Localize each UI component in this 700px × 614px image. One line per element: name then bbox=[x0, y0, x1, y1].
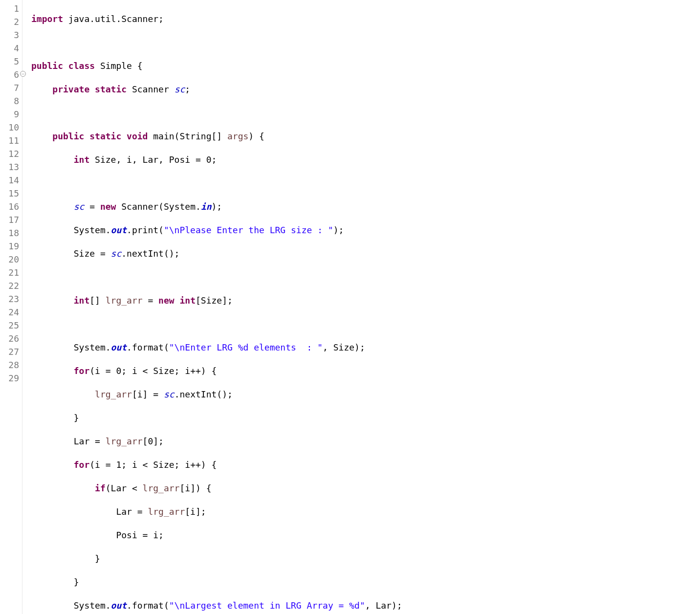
code-line[interactable] bbox=[31, 270, 700, 284]
line-number: 22 bbox=[1, 279, 19, 292]
code-editor[interactable]: 1 2 3 4 5 6– 7 8 9 10 11 12 13 14 15 16 … bbox=[0, 0, 700, 614]
line-number: 24 bbox=[1, 306, 19, 319]
code-line[interactable] bbox=[31, 317, 700, 330]
line-number: 18 bbox=[1, 226, 19, 240]
line-number: 14 bbox=[1, 174, 19, 187]
fold-toggle-icon[interactable]: – bbox=[20, 71, 26, 77]
code-area[interactable]: import java.util.Scanner; public class S… bbox=[22, 0, 700, 614]
code-line[interactable]: int Size, i, Lar, Posi = 0; bbox=[31, 153, 700, 166]
line-number: 1 bbox=[1, 2, 19, 15]
code-line[interactable] bbox=[31, 106, 700, 119]
line-number: 9 bbox=[1, 108, 19, 121]
code-line[interactable]: import java.util.Scanner; bbox=[31, 12, 700, 25]
line-number: 27 bbox=[1, 345, 19, 358]
code-line[interactable]: for(i = 0; i < Size; i++) { bbox=[31, 364, 700, 377]
code-line[interactable]: } bbox=[31, 552, 700, 565]
line-number: 12 bbox=[1, 147, 19, 160]
line-number: 19 bbox=[1, 240, 19, 253]
line-number: 2 bbox=[1, 15, 19, 28]
code-line[interactable]: if(Lar < lrg_arr[i]) { bbox=[31, 482, 700, 495]
code-line[interactable]: public static void main(String[] args) { bbox=[31, 130, 700, 143]
line-number: 16 bbox=[1, 200, 19, 213]
line-number: 6– bbox=[1, 68, 19, 81]
line-number: 3 bbox=[1, 28, 19, 42]
line-number: 25 bbox=[1, 319, 19, 332]
line-number: 29 bbox=[1, 372, 19, 385]
line-number: 5 bbox=[1, 55, 19, 68]
line-number: 21 bbox=[1, 266, 19, 279]
code-line[interactable]: System.out.format("\nLargest element in … bbox=[31, 599, 700, 612]
line-number: 20 bbox=[1, 253, 19, 266]
line-number-gutter: 1 2 3 4 5 6– 7 8 9 10 11 12 13 14 15 16 … bbox=[0, 0, 22, 614]
line-number: 11 bbox=[1, 134, 19, 147]
code-line[interactable]: } bbox=[31, 411, 700, 424]
code-line[interactable] bbox=[31, 176, 700, 190]
line-number: 26 bbox=[1, 332, 19, 345]
code-line[interactable]: Lar = lrg_arr[i]; bbox=[31, 505, 700, 518]
code-line[interactable]: Size = sc.nextInt(); bbox=[31, 247, 700, 260]
line-number: 23 bbox=[1, 292, 19, 306]
code-line[interactable]: lrg_arr[i] = sc.nextInt(); bbox=[31, 388, 700, 401]
line-number: 13 bbox=[1, 160, 19, 174]
code-line[interactable]: } bbox=[31, 575, 700, 589]
code-line[interactable]: System.out.format("\nEnter LRG %d elemen… bbox=[31, 341, 700, 354]
line-number: 7 bbox=[1, 81, 19, 94]
code-line[interactable]: for(i = 1; i < Size; i++) { bbox=[31, 458, 700, 471]
code-line[interactable]: System.out.print("\nPlease Enter the LRG… bbox=[31, 223, 700, 237]
code-line[interactable]: sc = new Scanner(System.in); bbox=[31, 200, 700, 213]
line-number: 28 bbox=[1, 358, 19, 372]
line-number: 10 bbox=[1, 121, 19, 134]
code-line[interactable]: int[] lrg_arr = new int[Size]; bbox=[31, 294, 700, 307]
code-line[interactable]: Posi = i; bbox=[31, 528, 700, 542]
line-number: 17 bbox=[1, 213, 19, 226]
code-line[interactable] bbox=[31, 36, 700, 49]
code-line[interactable]: private static Scanner sc; bbox=[31, 83, 700, 96]
code-line[interactable]: Lar = lrg_arr[0]; bbox=[31, 435, 700, 448]
line-number: 8 bbox=[1, 94, 19, 108]
line-number: 4 bbox=[1, 42, 19, 55]
code-line[interactable]: public class Simple { bbox=[31, 59, 700, 72]
line-number: 15 bbox=[1, 187, 19, 200]
